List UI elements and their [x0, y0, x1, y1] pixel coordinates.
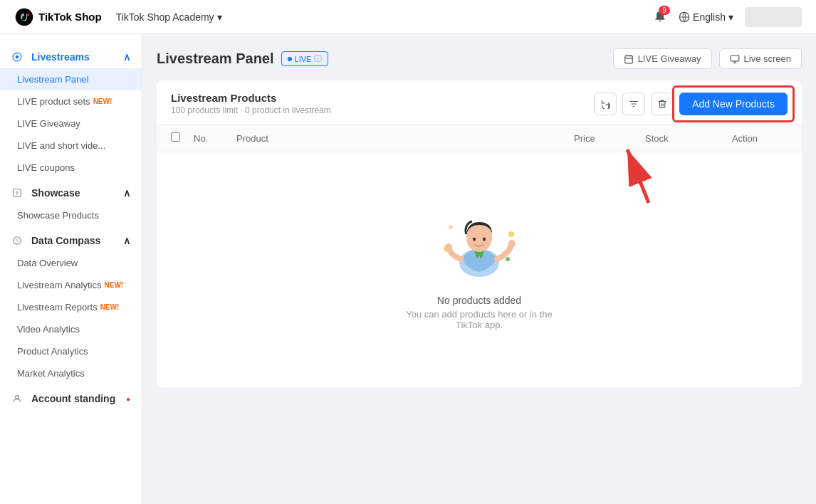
sidebar-item-livestream-analytics[interactable]: Livestream Analytics NEW! [0, 274, 142, 296]
sidebar-item-label: LIVE coupons [17, 162, 75, 173]
data-compass-icon [11, 235, 23, 246]
livestreams-icon [11, 51, 23, 63]
delete-button[interactable] [651, 93, 674, 115]
svg-point-2 [16, 56, 19, 59]
sidebar-item-live-product-sets[interactable]: LIVE product sets NEW! [0, 90, 142, 112]
sidebar-item-label: Livestream Reports [17, 302, 98, 313]
sidebar-item-label: Livestream Panel [17, 74, 88, 85]
collapse-icon: ∧ [123, 51, 130, 63]
live-dot [288, 57, 292, 61]
svg-point-11 [449, 225, 453, 229]
chevron-down-icon: ▾ [217, 11, 222, 23]
brand-label: TikTok Shop [38, 11, 102, 23]
academy-label: TikTok Shop Academy [116, 11, 214, 23]
th-price: Price [574, 133, 645, 144]
showcase-icon [11, 187, 23, 199]
main-layout: Livestreams ∧ Livestream Panel LIVE prod… [0, 0, 816, 504]
add-button-wrapper: Add New Products [679, 93, 788, 115]
sidebar-item-label: Data Overview [17, 258, 78, 268]
account-standing-section-label: Account standing [31, 393, 115, 404]
collapse-icon: ∧ [123, 235, 130, 246]
svg-point-9 [508, 231, 514, 237]
select-all-checkbox[interactable] [171, 132, 180, 142]
data-compass-section-label: Data Compass [31, 235, 100, 246]
page-header: Livestream Panel LIVE ⓘ LIVE Giveaway Li… [157, 48, 802, 69]
livestreams-section-label: Livestreams [31, 51, 90, 63]
monitor-icon [730, 54, 740, 64]
account-standing-icon [11, 393, 23, 404]
tiktok-logo: TikTok Shop [14, 7, 102, 27]
th-stock: Stock [645, 133, 702, 144]
live-badge: LIVE ⓘ [281, 51, 329, 66]
sidebar-item-label: Showcase Products [17, 210, 99, 221]
sidebar-item-label: Video Analytics [17, 324, 80, 335]
tiktok-icon [14, 7, 34, 27]
toolbar-actions: Add New Products [594, 93, 788, 115]
add-new-products-button[interactable]: Add New Products [679, 93, 788, 115]
svg-point-10 [506, 257, 510, 261]
sidebar-section-data-compass: Data Compass ∧ Data Overview Livestream … [0, 229, 142, 384]
svg-point-16 [445, 243, 452, 251]
sidebar-item-livestream-panel[interactable]: Livestream Panel [0, 68, 142, 90]
svg-point-5 [16, 395, 19, 399]
sidebar-item-label: Product Analytics [17, 346, 88, 357]
sidebar-section-account-standing-header[interactable]: Account standing ● [0, 387, 142, 410]
user-avatar[interactable] [745, 7, 802, 27]
showcase-section-label: Showcase [31, 187, 80, 199]
new-badge: NEW! [105, 281, 124, 289]
sidebar-section-showcase: Showcase ∧ Showcase Products [0, 182, 142, 226]
th-action: Action [702, 133, 788, 144]
empty-subtitle: You can add products here or in the TikT… [406, 309, 553, 330]
sidebar-item-live-coupons[interactable]: LIVE coupons [0, 157, 142, 179]
sidebar-section-account-standing: Account standing ● [0, 387, 142, 410]
live-giveaway-label: LIVE Giveaway [638, 53, 701, 64]
live-giveaway-button[interactable]: LIVE Giveaway [613, 48, 712, 69]
top-navigation: TikTok Shop TikTok Shop Academy ▾ 9 Engl… [0, 0, 816, 34]
empty-state: No products added You can add products h… [157, 152, 802, 387]
language-label: English [693, 11, 726, 23]
refresh-button[interactable] [594, 93, 617, 115]
svg-point-14 [473, 238, 476, 241]
sidebar-item-showcase-products[interactable]: Showcase Products [0, 204, 142, 226]
sidebar-section-showcase-header[interactable]: Showcase ∧ [0, 182, 142, 204]
svg-point-15 [483, 238, 486, 241]
nav-left: TikTok Shop TikTok Shop Academy ▾ [14, 7, 228, 27]
svg-rect-6 [624, 56, 632, 63]
sidebar-item-market-analytics[interactable]: Market Analytics [0, 362, 142, 384]
academy-dropdown[interactable]: TikTok Shop Academy ▾ [110, 9, 228, 26]
products-title: Livestream Products [171, 92, 331, 104]
sidebar-item-label: LIVE product sets [17, 96, 90, 107]
refresh-icon [600, 99, 610, 109]
sidebar-item-label: Market Analytics [17, 368, 85, 379]
products-title-group: Livestream Products 100 products limit ·… [171, 92, 331, 115]
sidebar-item-data-overview[interactable]: Data Overview [0, 252, 142, 274]
filter-button[interactable] [622, 93, 645, 115]
empty-title: No products added [437, 295, 521, 306]
products-toolbar: Livestream Products 100 products limit ·… [157, 80, 802, 124]
new-badge: NEW! [100, 303, 120, 311]
sidebar-item-label: LIVE and short vide... [17, 140, 105, 151]
sidebar-item-product-analytics[interactable]: Product Analytics [0, 340, 142, 362]
notification-badge: 9 [659, 6, 670, 15]
sidebar-section-livestreams-header[interactable]: Livestreams ∧ [0, 46, 142, 68]
page-title-row: Livestream Panel LIVE ⓘ [157, 51, 328, 67]
collapse-icon: ∧ [123, 187, 130, 199]
sidebar-item-livestream-reports[interactable]: Livestream Reports NEW! [0, 296, 142, 318]
sidebar-item-live-short-video[interactable]: LIVE and short vide... [0, 135, 142, 157]
globe-icon [679, 11, 690, 23]
sidebar-section-data-compass-header[interactable]: Data Compass ∧ [0, 229, 142, 252]
info-icon: ⓘ [314, 53, 322, 64]
sidebar-item-label: LIVE Giveaway [17, 118, 80, 129]
th-product: Product [236, 133, 574, 144]
live-screen-button[interactable]: Live screen [719, 48, 802, 69]
th-checkbox [171, 132, 194, 145]
header-actions: LIVE Giveaway Live screen [613, 48, 802, 69]
language-selector[interactable]: English ▾ [679, 11, 733, 23]
sidebar-item-live-giveaway[interactable]: LIVE Giveaway [0, 112, 142, 135]
products-in-livestream: 0 product in livestream [245, 105, 331, 115]
notification-button[interactable]: 9 [653, 9, 667, 26]
chevron-down-icon: ▾ [728, 11, 733, 23]
sidebar-item-video-analytics[interactable]: Video Analytics [0, 318, 142, 340]
nav-right: 9 English ▾ [653, 7, 802, 27]
empty-illustration [429, 195, 529, 295]
